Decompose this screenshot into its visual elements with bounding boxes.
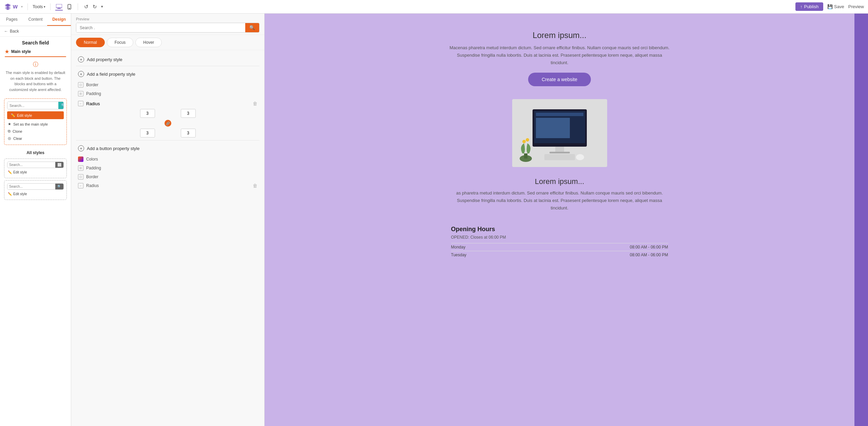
preview-search-button[interactable]: 🔍 <box>245 23 259 32</box>
main-layout: Pages Content Design ← Back Search field… <box>0 14 868 426</box>
plus-icon-button: + <box>78 145 84 151</box>
preview-button[interactable]: Preview <box>848 4 864 9</box>
edit-style-button[interactable]: ✏️ Edit style <box>7 111 64 119</box>
pencil-icon-2: ✏️ <box>8 170 12 174</box>
clear-icon: ◎ <box>8 136 11 141</box>
style-card-2: ⬜ ✏️ Edit style <box>4 159 67 178</box>
preview-search-input[interactable] <box>76 23 245 32</box>
cta-button[interactable]: Create a website <box>528 73 591 86</box>
border-icon: ⊡ <box>78 82 83 88</box>
desktop-icon[interactable] <box>55 3 63 11</box>
back-button[interactable]: ← Back <box>0 26 71 37</box>
canvas: Lorem ipsum... Macenas pharetra metud in… <box>265 14 854 426</box>
undo-button[interactable]: ↺ <box>83 3 90 11</box>
border-label: Border <box>86 82 98 87</box>
radius-delete-icon[interactable]: 🗑 <box>253 101 257 106</box>
hero-image-placeholder <box>512 99 607 167</box>
clear-action[interactable]: ◎ Clear <box>7 135 64 142</box>
panel-title: Search field <box>0 37 71 47</box>
add-field-label: Add a field property style <box>87 72 135 77</box>
add-field-header[interactable]: + Add a field property style <box>71 68 264 80</box>
content-tab[interactable]: Content <box>24 14 47 26</box>
hours-row-tuesday: Tuesday 08:00 AM - 06:00 PM <box>451 251 668 259</box>
lorem2-text: as pharetra metud interdum dictum. Sed o… <box>448 189 672 212</box>
radius-tr-input[interactable] <box>181 109 196 118</box>
hours-block: Opening Hours OPENED: Closes at 06:00 PM… <box>441 219 678 265</box>
radius-tl-input[interactable] <box>140 109 155 118</box>
padding2-icon: ⊞ <box>78 165 83 171</box>
monday-time: 08:00 AM - 06:00 PM <box>630 245 668 249</box>
radius-bl-input[interactable] <box>140 129 155 137</box>
sep1 <box>27 3 28 10</box>
radius-br-input[interactable] <box>181 129 196 137</box>
panel-scroll: + Add property style + Add a field prope… <box>71 50 264 426</box>
radius2-delete-icon[interactable]: 🗑 <box>253 183 257 188</box>
divider1 <box>76 66 259 66</box>
hours-title: Opening Hours <box>451 226 668 233</box>
publish-button[interactable]: ↑ Publish <box>795 2 823 11</box>
set-main-action[interactable]: ★ Set as the main style <box>7 121 64 128</box>
lorem2-block: Lorem ipsum... as pharetra metud interdu… <box>441 170 678 219</box>
search-preview-input[interactable] <box>7 102 58 109</box>
logo[interactable]: w <box>4 3 18 11</box>
search-btn-3[interactable]: 🔍 <box>55 184 63 189</box>
svg-rect-18 <box>544 154 575 160</box>
main-style-label: Main style <box>11 49 31 54</box>
search-btn-2[interactable]: ⬜ <box>55 162 63 168</box>
hours-sub: OPENED: Closes at 06:00 PM <box>451 235 668 240</box>
pencil-icon: ✏️ <box>11 113 15 117</box>
redo-button[interactable]: ↻ <box>91 3 98 11</box>
undo-redo: ↺ ↻ ▾ <box>83 3 104 11</box>
design-tab[interactable]: Design <box>47 14 71 26</box>
clone-label: Clone <box>13 129 22 133</box>
add-button-label: Add a button property style <box>87 146 139 151</box>
cta-label: Create a website <box>542 77 577 82</box>
save-icon: 💾 <box>827 4 833 9</box>
svg-rect-0 <box>56 4 62 8</box>
search-preview-sm-2: ⬜ <box>7 162 64 168</box>
edit-style-sm-3[interactable]: ✏️ Edit style <box>7 191 64 197</box>
edit-style-label-2: Edit style <box>13 170 27 174</box>
topbar-right: ↑ Publish 💾 Save Preview <box>795 2 864 11</box>
svg-point-16 <box>522 140 526 143</box>
preview-label: Preview <box>76 17 259 21</box>
tools-label: Tools <box>33 4 43 9</box>
clear-label: Clear <box>13 136 22 141</box>
state-tab-hover[interactable]: Hover <box>135 38 162 47</box>
active-style-card: 🔍 ✏️ Edit style ★ Set as the main style … <box>4 98 67 145</box>
svg-rect-11 <box>549 152 570 153</box>
state-tabs: Normal Focus Hover <box>71 35 264 50</box>
info-text: The main style is enabled by default on … <box>6 71 65 92</box>
svg-point-4 <box>69 8 70 8</box>
pages-tab[interactable]: Pages <box>0 14 24 26</box>
search-preview-btn[interactable]: 🔍 <box>58 102 64 109</box>
svg-rect-8 <box>536 113 583 116</box>
edit-style-sm-2[interactable]: ✏️ Edit style <box>7 169 64 175</box>
add-property-header[interactable]: + Add property style <box>71 53 264 66</box>
link-icon[interactable]: 🔗 <box>165 120 171 127</box>
state-tab-focus[interactable]: Focus <box>107 38 134 47</box>
hero-svg <box>512 99 607 167</box>
radius2-icon: ⌐ <box>78 183 83 188</box>
sidebar-scroll: ← Back Search field ★ Main style ⓘ The m… <box>0 26 71 426</box>
save-button[interactable]: 💾 Save <box>827 4 844 9</box>
svg-point-13 <box>576 154 584 160</box>
mobile-icon[interactable] <box>65 3 73 11</box>
clone-action[interactable]: ⧉ Clone <box>7 128 64 135</box>
history-button[interactable]: ▾ <box>100 4 104 10</box>
search-input-3[interactable] <box>7 184 55 189</box>
tuesday-time: 08:00 AM - 06:00 PM <box>630 253 668 257</box>
radius-header: ⌐ Radius 🗑 <box>78 101 257 106</box>
search-input-2[interactable] <box>7 162 55 168</box>
svg-point-17 <box>526 138 529 142</box>
logo-text: w <box>13 3 18 10</box>
state-tab-normal[interactable]: Normal <box>76 38 105 47</box>
back-arrow: ← <box>4 29 8 34</box>
left-sidebar: Pages Content Design ← Back Search field… <box>0 14 71 426</box>
add-button-header[interactable]: + Add a button property style <box>71 142 264 155</box>
tools-menu[interactable]: Tools ▾ <box>33 4 45 9</box>
clone-icon: ⧉ <box>8 129 11 133</box>
star-icon: ★ <box>5 49 9 54</box>
edit-style-label-3: Edit style <box>13 192 27 196</box>
lorem-text: Macenas pharetra metud interdum dictum. … <box>448 44 672 67</box>
